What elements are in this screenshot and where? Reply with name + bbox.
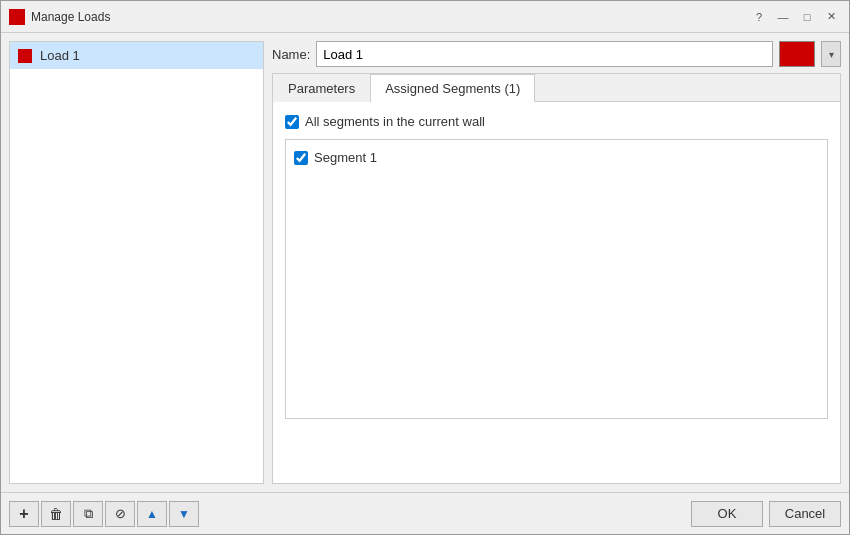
content-area: Load 1 Name: ▾ Parameters	[1, 33, 849, 492]
footer-left: + 🗑 ⧉ ⊘ ▲ ▼	[9, 501, 199, 527]
name-input[interactable]	[316, 41, 773, 67]
segment-checkbox[interactable]	[294, 151, 308, 165]
footer-right: OK Cancel	[691, 501, 841, 527]
arrow-down-icon: ▼	[178, 507, 190, 521]
load-color-indicator	[18, 49, 32, 63]
chevron-down-icon: ▾	[829, 49, 834, 60]
all-segments-label: All segments in the current wall	[305, 114, 485, 129]
cancel-button[interactable]: Cancel	[769, 501, 841, 527]
segments-box: Segment 1	[285, 139, 828, 419]
segment-label: Segment 1	[314, 150, 377, 165]
trash-icon: 🗑	[49, 506, 63, 522]
tab-assigned-segments[interactable]: Assigned Segments (1)	[370, 74, 535, 102]
load-item-label: Load 1	[40, 48, 80, 63]
window-title: Manage Loads	[31, 10, 749, 24]
name-row: Name: ▾	[272, 41, 841, 67]
plus-icon: +	[19, 505, 28, 523]
color-dropdown-button[interactable]: ▾	[821, 41, 841, 67]
tabs-container: Parameters Assigned Segments (1) All seg…	[272, 73, 841, 484]
tab-bar: Parameters Assigned Segments (1)	[273, 74, 840, 102]
name-label: Name:	[272, 47, 310, 62]
all-segments-row: All segments in the current wall	[285, 114, 828, 129]
tab-parameters[interactable]: Parameters	[273, 74, 370, 102]
segment-item: Segment 1	[294, 148, 819, 167]
window-footer: + 🗑 ⧉ ⊘ ▲ ▼ OK Cancel	[1, 492, 849, 534]
title-bar: Manage Loads ? — □ ✕	[1, 1, 849, 33]
copy-button[interactable]: ⧉	[73, 501, 103, 527]
window-icon	[9, 9, 25, 25]
load-item[interactable]: Load 1	[10, 42, 263, 69]
delete-button[interactable]: 🗑	[41, 501, 71, 527]
load-list: Load 1	[10, 42, 263, 483]
help-button[interactable]: ?	[749, 7, 769, 27]
move-up-button[interactable]: ▲	[137, 501, 167, 527]
filter-button[interactable]: ⊘	[105, 501, 135, 527]
tab-content-assigned-segments: All segments in the current wall Segment…	[273, 102, 840, 483]
right-panel: Name: ▾ Parameters Assigned Segments (1)	[272, 41, 841, 484]
close-button[interactable]: ✕	[821, 7, 841, 27]
minimize-button[interactable]: —	[773, 7, 793, 27]
move-down-button[interactable]: ▼	[169, 501, 199, 527]
copy-icon: ⧉	[84, 506, 93, 522]
left-panel: Load 1	[9, 41, 264, 484]
all-segments-checkbox[interactable]	[285, 115, 299, 129]
color-picker-button[interactable]	[779, 41, 815, 67]
maximize-button[interactable]: □	[797, 7, 817, 27]
manage-loads-window: Manage Loads ? — □ ✕ Load 1 Name:	[0, 0, 850, 535]
filter-icon: ⊘	[115, 506, 126, 521]
ok-button[interactable]: OK	[691, 501, 763, 527]
add-button[interactable]: +	[9, 501, 39, 527]
arrow-up-icon: ▲	[146, 507, 158, 521]
title-bar-controls: ? — □ ✕	[749, 7, 841, 27]
